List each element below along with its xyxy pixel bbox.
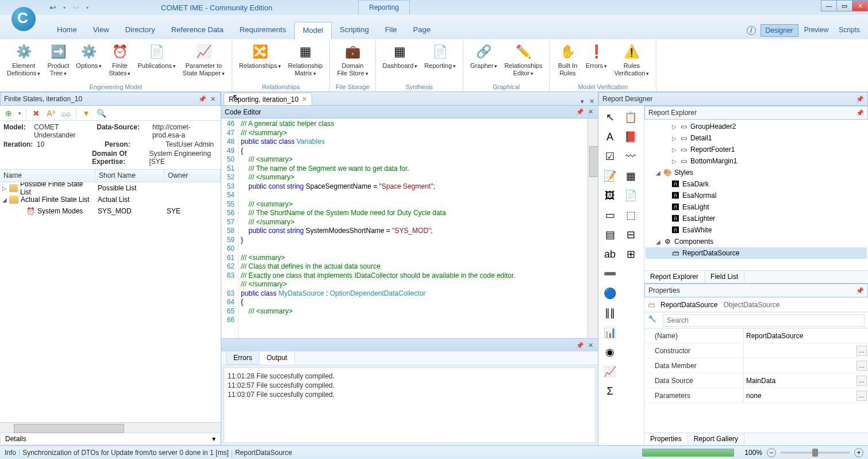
menu-view[interactable]: View — [85, 22, 117, 39]
mode-scripts[interactable]: Scripts — [834, 24, 865, 37]
explorer-item[interactable]: 🅰EsaLighter — [646, 213, 867, 224]
property-row[interactable]: Data SourceMainData… — [644, 373, 868, 388]
nav-forward-icon[interactable]: ↪ — [70, 3, 82, 12]
code-editor[interactable]: 464748495051525354555657585960616263 636… — [221, 118, 598, 338]
toolbox-item[interactable]: ▭ — [601, 206, 619, 224]
details-bar[interactable]: Details ▾ — [0, 433, 221, 445]
code-content[interactable]: /// A general static helper class/// </s… — [239, 118, 587, 338]
tree-row[interactable]: ◢Actual Finite State ListActual List — [0, 194, 221, 205]
nav-back-dropdown[interactable]: ▾ — [61, 5, 68, 10]
ellipsis-button[interactable]: … — [857, 346, 867, 356]
close-icon[interactable]: ✕ — [209, 95, 217, 103]
toolbox-item[interactable]: 📄 — [621, 186, 640, 205]
properties-tab[interactable]: Report Gallery — [688, 433, 744, 445]
ribbon-finite-states[interactable]: ⏰FiniteStates — [105, 40, 134, 82]
close-icon[interactable]: ✕ — [586, 108, 594, 116]
search-input[interactable] — [663, 314, 865, 327]
toolbox-item[interactable]: 📝 — [601, 167, 619, 185]
explorer-item[interactable]: 🅰EsaDark — [646, 178, 867, 190]
ribbon-parameter-to-state-mapper[interactable]: 📈Parameter toState Mapper — [179, 40, 228, 82]
toolbox-item[interactable]: 🖼 — [601, 186, 619, 205]
pin-icon[interactable]: 📌 — [576, 108, 584, 116]
tab-reporting[interactable]: Reporting, iteration_10 ✕ — [224, 93, 312, 105]
toolbox-item[interactable]: ⊞ — [621, 245, 640, 263]
col-name[interactable]: Name — [0, 170, 95, 182]
col-owner[interactable]: Owner — [164, 170, 221, 182]
toolbox-item[interactable]: 📕 — [621, 128, 640, 146]
toolbox-item[interactable]: A — [601, 128, 619, 146]
nav-back-icon[interactable]: ↩ — [47, 3, 59, 12]
explorer-item[interactable]: ▷▭BottomMargin1 — [646, 155, 867, 167]
edit-icon[interactable]: Aᵇ — [46, 108, 56, 118]
toolbox-item[interactable]: ▤ — [601, 225, 619, 244]
toolbox-item[interactable]: ➖ — [601, 265, 619, 283]
toolbox-item[interactable]: 📋 — [621, 108, 640, 127]
ribbon-rules-verification[interactable]: ⚠️RulesVerification — [610, 40, 652, 82]
explorer-item[interactable]: 🗃ReportDataSource — [646, 247, 867, 259]
ribbon-domain-file-store[interactable]: 💼DomainFile Store — [333, 40, 371, 82]
pin-icon[interactable]: 📌 — [856, 286, 864, 294]
app-logo[interactable] — [7, 2, 43, 38]
window-restore-button[interactable]: ▭ — [836, 0, 852, 12]
ribbon-product-tree[interactable]: ➡️ProductTree — [44, 40, 72, 82]
toolbox-item[interactable]: ▦ — [621, 167, 640, 185]
toolbox-item[interactable]: ab — [601, 245, 619, 263]
menu-scripting[interactable]: Scripting — [332, 22, 377, 39]
ribbon-element-definitions[interactable]: ⚙️ElementDefinitions — [3, 40, 44, 82]
mode-preview[interactable]: Preview — [800, 24, 834, 37]
pin-icon[interactable]: 📌 — [198, 95, 206, 103]
tab-dropdown-icon[interactable]: ▾ — [578, 97, 586, 105]
mode-designer[interactable]: Designer — [761, 24, 798, 37]
ribbon-relationships-editor[interactable]: ✏️RelationshipsEditor — [501, 40, 546, 82]
col-short[interactable]: Short Name — [95, 170, 164, 182]
property-row[interactable]: Constructor… — [644, 343, 868, 358]
explorer-item[interactable]: 🅰EsaWhite — [646, 224, 867, 236]
tree-row[interactable]: ⏰System ModesSYS_MODSYE — [0, 205, 221, 217]
ribbon-built-in-rules[interactable]: ✋Built InRules — [553, 40, 582, 82]
ribbon-grapher[interactable]: 🔗Grapher — [467, 40, 501, 82]
filter-icon[interactable]: ▼ — [81, 108, 91, 118]
toolbox-item[interactable]: ☑ — [601, 147, 619, 166]
ribbon-relationship-matrix[interactable]: ▦RelationshipMatrix — [285, 40, 327, 82]
toolbox-item[interactable]: ↖ — [601, 108, 619, 127]
ribbon-reporting[interactable]: 📄Reporting — [421, 40, 459, 82]
ribbon-dashboard[interactable]: ▦Dashboard — [379, 40, 421, 82]
window-minimize-button[interactable]: — — [821, 0, 837, 12]
menu-file[interactable]: File — [377, 22, 405, 39]
nav-forward-dropdown[interactable]: ▾ — [84, 5, 91, 10]
vertical-scrollbar[interactable] — [587, 118, 598, 338]
menu-page[interactable]: Page — [405, 22, 439, 39]
toolbox-item[interactable]: ∥∥ — [601, 304, 619, 322]
ellipsis-button[interactable]: … — [857, 391, 867, 401]
add-icon[interactable]: ⊕ — [3, 108, 14, 118]
menu-directory[interactable]: Directory — [117, 22, 163, 39]
menu-requirements[interactable]: Requirements — [232, 22, 294, 39]
delete-icon[interactable]: ✖ — [31, 108, 41, 118]
ribbon-publications[interactable]: 📄Publications — [134, 40, 179, 82]
property-row[interactable]: (Name)ReportDataSource — [644, 328, 868, 343]
ribbon-options[interactable]: ⚙️Options — [72, 40, 105, 82]
window-close-button[interactable]: ✕ — [852, 0, 868, 12]
explorer-item[interactable]: ◢⚙Components — [646, 236, 867, 247]
find-icon[interactable]: ⌕⌕ — [61, 108, 71, 118]
menu-model[interactable]: Model — [294, 22, 332, 39]
zoom-slider[interactable] — [781, 452, 850, 454]
ellipsis-button[interactable]: … — [857, 376, 867, 386]
property-selector[interactable]: 🗃 ReportDataSource ObjectDataSource — [644, 297, 868, 312]
property-row[interactable]: Data Member… — [644, 358, 868, 373]
ribbon-errors[interactable]: ❗Errors — [582, 40, 610, 82]
explorer-item[interactable]: ▷▭Detail1 — [646, 132, 867, 144]
chevron-down-icon[interactable]: ▾ — [212, 435, 216, 443]
output-tab-errors[interactable]: Errors — [226, 351, 260, 365]
zoom-out-button[interactable]: − — [767, 448, 776, 457]
explorer-item[interactable]: ▷▭ReportFooter1 — [646, 144, 867, 155]
search-icon[interactable]: 🔍 — [96, 108, 106, 118]
explorer-item[interactable]: 🅰EsaNormal — [646, 190, 867, 201]
toolbox-item[interactable]: ◉ — [601, 343, 619, 361]
toolbox-item[interactable]: 📈 — [601, 362, 619, 381]
ellipsis-button[interactable]: … — [857, 361, 867, 371]
properties-tab[interactable]: Properties — [644, 433, 688, 445]
tree-row[interactable]: ▷Possible Finite State ListPossible List — [0, 182, 221, 194]
horizontal-scrollbar[interactable] — [0, 422, 221, 433]
toolbox-item[interactable]: 📊 — [601, 323, 619, 342]
